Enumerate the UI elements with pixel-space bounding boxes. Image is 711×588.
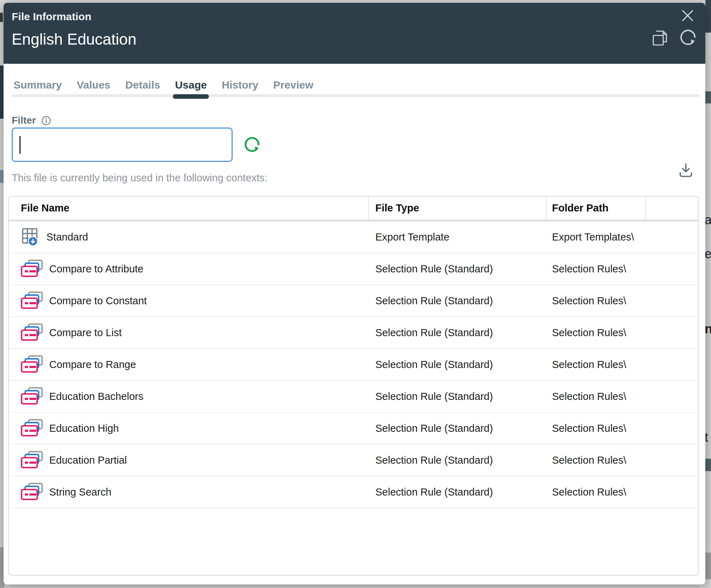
background-text-fragment: e (705, 247, 711, 261)
background-right-sliver: a e n t (705, 0, 711, 588)
selection-rule-icon (21, 323, 44, 342)
file-name-text: Compare to Range (49, 359, 136, 371)
file-information-dialog: File Information English Education (4, 3, 705, 584)
tab-label: Details (125, 79, 160, 91)
tab-history[interactable]: History (222, 79, 258, 91)
empty-cell (646, 285, 698, 316)
file-type-cell: Selection Rule (Standard) (369, 253, 547, 284)
close-icon[interactable] (680, 8, 695, 23)
file-name-text: Standard (46, 231, 88, 243)
folder-path-cell: Export Templates\ (547, 221, 646, 253)
column-header-file-name: File Name (9, 197, 369, 220)
background-fragment (0, 170, 4, 183)
download-icon[interactable] (677, 162, 695, 179)
file-type-cell: Selection Rule (Standard) (369, 349, 547, 380)
tab-details[interactable]: Details (125, 79, 160, 91)
file-name-text: Education High (49, 423, 119, 434)
column-header-folder-path: Folder Path (547, 197, 646, 220)
tab-preview[interactable]: Preview (273, 79, 313, 91)
file-name-cell: Education Partial (9, 445, 369, 476)
tab-usage[interactable]: Usage (175, 79, 207, 91)
file-name-cell: Compare to Attribute (9, 253, 369, 284)
empty-cell (646, 381, 698, 412)
file-type-cell: Selection Rule (Standard) (369, 317, 547, 348)
table-header-row: File Name File Type Folder Path (9, 197, 698, 221)
file-name-text: Education Partial (49, 454, 127, 466)
file-name-cell: Standard (9, 221, 369, 253)
file-name-cell: Education Bachelors (9, 381, 369, 412)
table-row: Compare to Attribute Selection Rule (Sta… (9, 253, 698, 285)
tab-summary[interactable]: Summary (13, 79, 62, 91)
column-header-empty (646, 197, 698, 220)
background-fragment (705, 91, 711, 103)
empty-cell (646, 476, 698, 508)
empty-cell (646, 445, 698, 476)
refresh-icon[interactable] (678, 28, 698, 47)
filter-label-row: Filter (12, 115, 51, 126)
selection-rule-icon (21, 260, 44, 278)
table-body: Standard Export Template Export Template… (9, 221, 698, 508)
folder-path-cell: Selection Rules\ (547, 445, 646, 476)
file-name-cell: Compare to Range (9, 349, 369, 380)
empty-cell (646, 221, 698, 253)
table-row: Compare to List Selection Rule (Standard… (9, 317, 698, 349)
file-type-cell: Selection Rule (Standard) (369, 413, 547, 444)
column-header-file-type: File Type (369, 197, 547, 220)
empty-cell (646, 253, 698, 284)
selection-rule-icon (21, 451, 44, 469)
file-name-cell: Compare to List (9, 317, 369, 348)
file-type-cell: Selection Rule (Standard) (369, 285, 547, 316)
text-caret (19, 136, 21, 154)
file-type-cell: Export Template (369, 221, 547, 253)
folder-path-cell: Selection Rules\ (547, 349, 646, 380)
folder-path-cell: Selection Rules\ (547, 253, 646, 284)
tab-label: History (222, 79, 258, 91)
tab-values[interactable]: Values (77, 79, 110, 91)
file-type-cell: Selection Rule (Standard) (369, 445, 547, 476)
tab-label: Preview (273, 79, 313, 91)
empty-cell (646, 349, 698, 380)
table-row: Compare to Constant Selection Rule (Stan… (9, 285, 698, 317)
file-name-text: Compare to List (49, 327, 122, 339)
table-row: String Search Selection Rule (Standard) … (9, 476, 698, 508)
selection-rule-icon (21, 292, 44, 310)
dialog-header: File Information English Education (4, 3, 705, 64)
background-fragment (705, 553, 711, 579)
file-name-text: Compare to Constant (49, 295, 147, 307)
background-text-fragment: t (705, 430, 708, 445)
file-name-cell: Compare to Constant (9, 285, 369, 316)
folder-path-cell: Selection Rules\ (547, 476, 646, 508)
background-fragment (705, 459, 711, 471)
file-name-cell: Education High (9, 413, 369, 444)
selection-rule-icon (21, 355, 44, 374)
table-row: Standard Export Template Export Template… (9, 221, 698, 253)
usage-caption: This file is currently being used in the… (12, 172, 267, 184)
file-type-cell: Selection Rule (Standard) (369, 381, 547, 412)
selection-rule-icon (21, 419, 44, 437)
dialog-kicker: File Information (12, 11, 91, 23)
table-row: Education High Selection Rule (Standard)… (9, 413, 698, 445)
table-row: Education Partial Selection Rule (Standa… (9, 445, 698, 476)
file-name-text: Compare to Attribute (49, 263, 143, 275)
table-row: Education Bachelors Selection Rule (Stan… (9, 381, 698, 413)
copy-file-icon[interactable] (649, 28, 669, 47)
folder-path-cell: Selection Rules\ (547, 317, 646, 348)
tab-label: Summary (13, 79, 62, 91)
tab-underline-track (12, 94, 699, 97)
table-row: Compare to Range Selection Rule (Standar… (9, 349, 698, 381)
info-icon[interactable] (41, 116, 51, 125)
file-type-cell: Selection Rule (Standard) (369, 476, 547, 508)
file-name-text: Education Bachelors (49, 391, 143, 402)
filter-input[interactable] (12, 128, 233, 162)
empty-cell (646, 413, 698, 444)
file-name-cell: String Search (9, 476, 369, 508)
folder-path-cell: Selection Rules\ (547, 285, 646, 316)
folder-path-cell: Selection Rules\ (547, 381, 646, 412)
filter-label: Filter (12, 115, 36, 126)
empty-cell (646, 317, 698, 348)
background-fragment (705, 0, 711, 33)
background-text-fragment: a (705, 213, 711, 227)
refresh-icon[interactable] (243, 135, 261, 154)
background-fragment (0, 13, 3, 22)
tab-label: Usage (175, 79, 207, 91)
